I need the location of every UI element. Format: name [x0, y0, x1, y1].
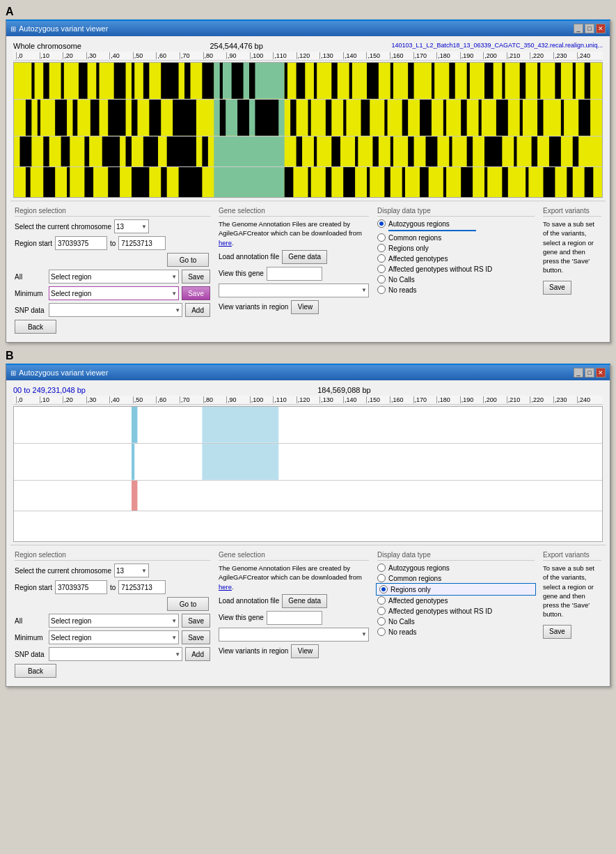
minimum-save-btn-a[interactable]: Save — [182, 286, 210, 300]
radio-nocalls-a[interactable]: No Calls — [377, 275, 535, 284]
svg-rect-20 — [349, 63, 352, 99]
radio-regions-b[interactable]: Regions only — [377, 584, 535, 594]
svg-rect-46 — [237, 100, 249, 136]
svg-rect-119 — [14, 444, 602, 480]
close-btn-a[interactable]: ✕ — [596, 24, 606, 33]
svg-rect-71 — [143, 137, 158, 166]
radio-affected-a[interactable]: Affected genotypes — [377, 254, 535, 263]
svg-rect-77 — [331, 137, 340, 166]
info-bar-b: 00 to 249,231,048 bp 184,569,088 bp — [10, 385, 606, 396]
maximize-btn-a[interactable]: □ — [585, 24, 594, 33]
region-end-input-b[interactable] — [118, 580, 166, 594]
region-start-input-a[interactable] — [55, 236, 107, 250]
annotation-link-b[interactable]: here — [219, 583, 232, 591]
chrom-combo-a[interactable]: 13 ▼ — [114, 219, 149, 233]
back-btn-b[interactable]: Back — [15, 664, 56, 678]
title-bar-b: ⊞ Autozygous variant viewer _ □ ✕ — [6, 365, 610, 380]
goto-btn-b[interactable]: Go to — [167, 597, 209, 611]
export-save-btn-b[interactable]: Save — [543, 625, 571, 639]
radio-autozygous-b[interactable]: Autozygous regions — [377, 564, 535, 572]
svg-rect-123 — [132, 481, 137, 511]
svg-rect-58 — [479, 100, 482, 136]
svg-rect-70 — [126, 137, 132, 166]
info-left-a: Whole chromosome — [13, 42, 81, 50]
svg-rect-33 — [585, 63, 590, 99]
radio-noreads-a[interactable]: No reads — [377, 286, 535, 294]
radio-autozygous-a[interactable]: Autozygous regions — [377, 219, 535, 228]
svg-rect-86 — [514, 137, 516, 166]
minimum-select-combo-b[interactable]: Select region ▼ — [49, 630, 179, 644]
export-section-b: Export variants To save a sub set of the… — [542, 550, 603, 679]
radio-affected-b[interactable]: Affected genotypes — [377, 596, 535, 605]
goto-btn-a[interactable]: Go to — [167, 253, 209, 267]
snp-add-btn-a[interactable]: Add — [185, 303, 210, 317]
view-gene-input-a[interactable] — [267, 267, 322, 281]
svg-rect-41 — [132, 100, 137, 136]
minimize-btn-b[interactable]: _ — [574, 368, 583, 378]
svg-rect-43 — [173, 100, 196, 136]
svg-rect-59 — [496, 100, 508, 136]
view-btn-b[interactable]: View — [291, 644, 319, 658]
all-save-btn-b[interactable]: Save — [182, 614, 210, 628]
snp-combo-a[interactable]: ▼ — [49, 303, 182, 317]
radio-regions-a[interactable]: Regions only — [377, 244, 535, 252]
snp-add-btn-b[interactable]: Add — [185, 647, 210, 661]
svg-rect-32 — [573, 63, 576, 99]
svg-rect-54 — [402, 100, 408, 136]
minimum-select-combo-a[interactable]: Select region ▼ — [49, 286, 179, 300]
view-btn-a[interactable]: View — [291, 300, 319, 314]
gene-title-a: Gene selection — [219, 207, 369, 217]
gene-data-btn-b[interactable]: Gene data — [282, 594, 327, 608]
svg-rect-25 — [449, 63, 455, 99]
svg-rect-111 — [502, 167, 507, 197]
radio-affected-nors-a[interactable]: Affected genotypes without RS ID — [377, 265, 535, 273]
svg-rect-15 — [249, 63, 255, 99]
svg-rect-84 — [467, 137, 473, 166]
display-section-b: Display data type Autozygous regions Com… — [376, 550, 536, 679]
load-label-b: Load annotation file — [219, 597, 279, 605]
info-bp-a: 254,544,476 bp — [210, 42, 262, 50]
minimum-save-btn-b[interactable]: Save — [182, 630, 210, 644]
svg-rect-63 — [578, 100, 590, 136]
window-b: ⊞ Autozygous variant viewer _ □ ✕ 00 to … — [6, 364, 610, 687]
svg-rect-27 — [484, 63, 493, 99]
svg-rect-116 — [14, 407, 602, 443]
chrom-row-1-a — [14, 63, 602, 100]
export-save-btn-a[interactable]: Save — [543, 281, 571, 295]
region-start-input-b[interactable] — [55, 580, 107, 594]
annotation-link-a[interactable]: here — [219, 239, 232, 247]
radio-common-b[interactable]: Common regions — [377, 574, 535, 582]
snp-combo-b[interactable]: ▼ — [49, 647, 182, 661]
svg-rect-1 — [31, 63, 34, 99]
chrom-combo-b[interactable]: 13 ▼ — [114, 564, 149, 577]
radio-common-a[interactable]: Common regions — [377, 233, 535, 242]
view-gene-input-b[interactable] — [267, 611, 322, 625]
svg-rect-65 — [19, 137, 31, 166]
svg-rect-109 — [461, 167, 473, 197]
radio-nocalls-b[interactable]: No Calls — [377, 617, 535, 626]
svg-rect-16 — [285, 63, 287, 99]
chrom-vis-a — [13, 62, 603, 198]
region-end-input-a[interactable] — [118, 236, 166, 250]
gene-data-btn-a[interactable]: Gene data — [282, 250, 327, 264]
back-btn-a[interactable]: Back — [15, 320, 56, 334]
close-btn-b[interactable]: ✕ — [596, 368, 606, 378]
all-select-combo-b[interactable]: Select region ▼ — [49, 614, 179, 628]
svg-rect-108 — [443, 167, 446, 197]
radio-noreads-b[interactable]: No reads — [377, 628, 535, 636]
all-save-btn-a[interactable]: Save — [182, 270, 210, 284]
svg-rect-57 — [461, 100, 466, 136]
view-gene-label-b: View this gene — [219, 614, 264, 621]
gene-combo-a[interactable]: ▼ — [219, 284, 369, 297]
chrom-row-1-b — [14, 407, 602, 444]
svg-rect-49 — [308, 100, 311, 136]
gene-combo-b[interactable]: ▼ — [219, 628, 369, 642]
maximize-btn-b[interactable]: □ — [585, 368, 594, 378]
info-bar-a: Whole chromosome 254,544,476 bp 140103_L… — [10, 40, 606, 52]
radio-affected-nors-b[interactable]: Affected genotypes without RS ID — [377, 607, 535, 615]
svg-rect-89 — [573, 137, 578, 166]
all-select-combo-a[interactable]: Select region ▼ — [49, 270, 179, 284]
svg-rect-0 — [14, 63, 602, 99]
minimize-btn-a[interactable]: _ — [574, 24, 583, 33]
svg-rect-115 — [585, 167, 594, 197]
